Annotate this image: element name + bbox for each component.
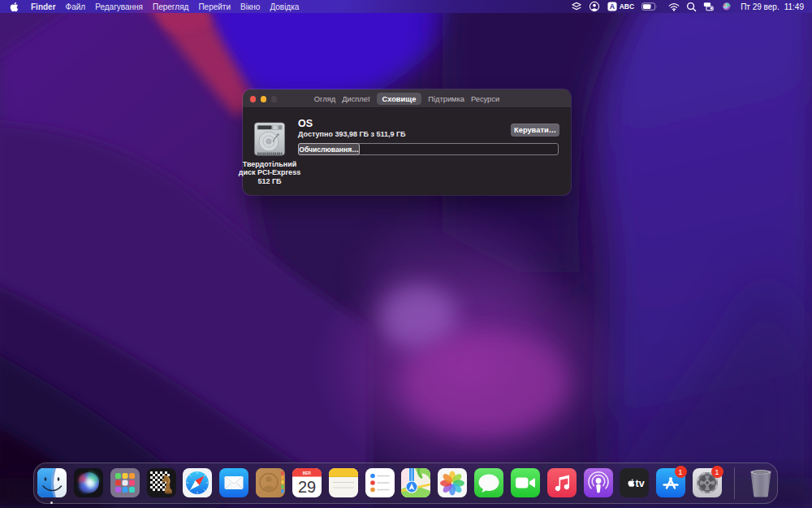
- svg-text:ВЕР.: ВЕР.: [303, 471, 312, 475]
- svg-text:A: A: [610, 2, 615, 11]
- svg-text:29: 29: [298, 478, 316, 496]
- svg-text:tv: tv: [636, 478, 645, 489]
